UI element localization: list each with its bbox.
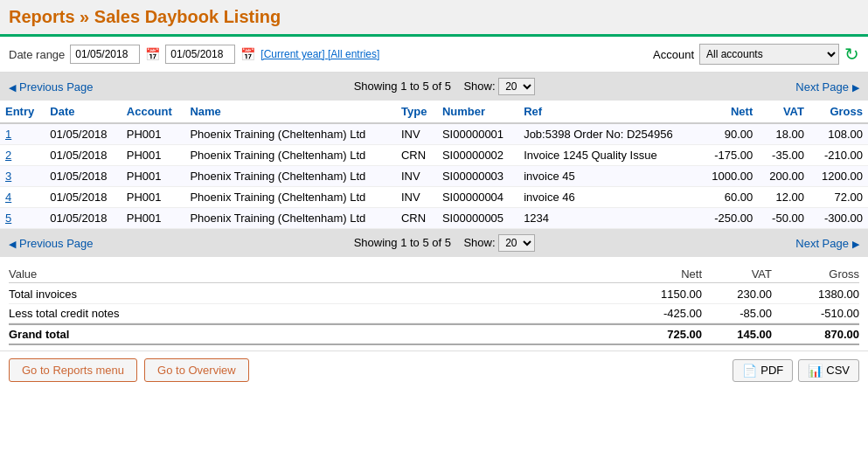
csv-export-button[interactable]: 📊 CSV [798,359,859,382]
totals-vat-val: -85.00 [702,307,772,320]
cell-name: Phoenix Training (Cheltenham) Ltd [184,145,396,166]
cell-entry[interactable]: 5 [0,208,45,229]
col-type: Type [396,101,437,123]
cell-nett: 1000.00 [699,166,758,187]
cell-name: Phoenix Training (Cheltenham) Ltd [184,166,396,187]
page-title: Reports » Sales Daybook Listing [0,0,868,37]
next-page-button-top[interactable]: Next Page [795,80,859,94]
totals-nett-header: Nett [615,267,702,281]
pdf-label: PDF [760,364,783,377]
go-to-reports-button[interactable]: Go to Reports menu [9,358,137,382]
totals-row: Grand total 725.00 145.00 870.00 [9,323,859,345]
cell-nett: -175.00 [699,145,758,166]
year-links[interactable]: [Current year] [All entries] [260,48,379,60]
account-select[interactable]: All accounts [699,44,839,65]
cell-ref: Job:5398 Order No: D254956 [518,123,699,145]
col-entry: Entry [0,101,45,123]
totals-row: Total invoices 1150.00 230.00 1380.00 [9,285,859,304]
totals-row: Less total credit notes -425.00 -85.00 -… [9,304,859,323]
cell-nett: 90.00 [699,123,758,145]
cell-date: 01/05/2018 [45,145,121,166]
show-select-top[interactable]: 20 [498,78,535,95]
cell-date: 01/05/2018 [45,166,121,187]
totals-value-header: Value [9,267,615,281]
pdf-icon: 📄 [742,364,757,378]
cell-ref: 1234 [518,208,699,229]
toolbar: Date range 📅 📅 [Current year] [All entri… [0,37,868,73]
cell-ref: invoice 45 [518,166,699,187]
cell-number: SI00000002 [437,145,518,166]
next-page-button-bottom[interactable]: Next Page [795,237,859,250]
account-label: Account [653,48,694,61]
prev-arrow-icon-bottom [9,237,16,250]
cell-gross: 108.00 [809,123,868,145]
next-label-top: Next Page [795,80,849,94]
cell-date: 01/05/2018 [45,187,121,208]
calendar-to-icon[interactable]: 📅 [240,47,255,61]
totals-vat-val: 145.00 [702,328,772,341]
cell-entry[interactable]: 4 [0,187,45,208]
table-row: 2 01/05/2018 PH001 Phoenix Training (Che… [0,145,868,166]
footer-left: Go to Reports menu Go to Overview [9,358,249,382]
cell-number: SI00000005 [437,208,518,229]
cell-number: SI00000003 [437,166,518,187]
pagination-top: Previous Page Showing 1 to 5 of 5 Show: … [0,73,868,101]
date-to-input[interactable] [165,45,235,64]
table-row: 4 01/05/2018 PH001 Phoenix Training (Che… [0,187,868,208]
cell-account: PH001 [122,145,185,166]
totals-nett-val: 1150.00 [615,288,702,301]
col-vat: VAT [758,101,809,123]
showing-text-bottom: Showing 1 to 5 of 5 Show: 20 [354,234,536,252]
go-to-overview-button[interactable]: Go to Overview [144,358,249,382]
col-date: Date [45,101,121,123]
totals-label: Grand total [9,328,615,341]
pagination-bottom: Previous Page Showing 1 to 5 of 5 Show: … [0,229,868,257]
cell-type: INV [396,166,437,187]
cell-vat: -35.00 [758,145,809,166]
cell-number: SI00000001 [437,123,518,145]
show-select-bottom[interactable]: 20 [498,234,535,252]
col-name: Name [184,101,396,123]
cell-vat: 200.00 [758,166,809,187]
calendar-from-icon[interactable]: 📅 [145,47,160,61]
cell-gross: 1200.00 [809,166,868,187]
table-row: 3 01/05/2018 PH001 Phoenix Training (Che… [0,166,868,187]
cell-ref: invoice 46 [518,187,699,208]
footer: Go to Reports menu Go to Overview 📄 PDF … [0,350,868,389]
col-ref: Ref [518,101,699,123]
table-row: 1 01/05/2018 PH001 Phoenix Training (Che… [0,123,868,145]
cell-date: 01/05/2018 [45,123,121,145]
next-label-bottom: Next Page [795,237,849,250]
next-arrow-icon-bottom [852,237,859,250]
totals-vat-header: VAT [702,267,772,281]
cell-vat: 18.00 [758,123,809,145]
footer-right: 📄 PDF 📊 CSV [733,359,859,382]
totals-label: Less total credit notes [9,307,615,320]
cell-type: CRN [396,145,437,166]
cell-entry[interactable]: 2 [0,145,45,166]
col-nett: Nett [699,101,758,123]
totals-section: Value Nett VAT Gross Total invoices 1150… [0,257,868,350]
date-from-input[interactable] [70,45,140,64]
refresh-button[interactable]: ↻ [844,44,859,65]
showing-count-bottom: Showing 1 to 5 of 5 [354,236,451,249]
cell-type: INV [396,187,437,208]
prev-page-button-bottom[interactable]: Previous Page [9,237,94,250]
totals-label: Total invoices [9,288,615,301]
pdf-export-button[interactable]: 📄 PDF [733,359,793,382]
totals-nett-val: 725.00 [615,328,702,341]
show-label-top: Show: [463,80,495,93]
col-number: Number [437,101,518,123]
totals-nett-val: -425.00 [615,307,702,320]
prev-page-button-top[interactable]: Previous Page [9,80,94,94]
col-gross: Gross [809,101,868,123]
cell-entry[interactable]: 1 [0,123,45,145]
cell-account: PH001 [122,166,185,187]
csv-icon: 📊 [808,364,823,378]
prev-arrow-icon-top [9,80,16,94]
cell-gross: -210.00 [809,145,868,166]
cell-entry[interactable]: 3 [0,166,45,187]
totals-gross-header: Gross [772,267,859,281]
prev-label-top: Previous Page [19,80,94,94]
cell-name: Phoenix Training (Cheltenham) Ltd [184,208,396,229]
